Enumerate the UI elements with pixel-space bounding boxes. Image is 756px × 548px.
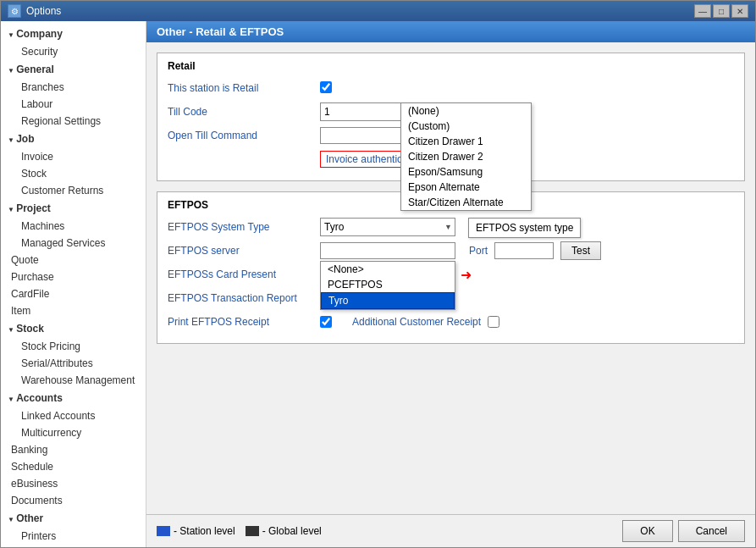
eftpos-system-type-row: EFTPOS System Type Tyro <None> PCEFTPOS … xyxy=(168,218,734,236)
till-code-popup: (None) (Custom) Citizen Drawer 1 Citizen… xyxy=(400,102,532,211)
test-button[interactable]: Test xyxy=(560,241,601,260)
sidebar-item-multicurrency[interactable]: Multicurrency xyxy=(1,424,146,441)
sidebar-item-purchase[interactable]: Purchase xyxy=(1,268,146,285)
eftpos-server-option-tyro[interactable]: Tyro xyxy=(321,292,455,309)
bottom-bar: - Station level - Global level OK Cancel xyxy=(146,514,755,547)
sidebar-group-stock[interactable]: Stock xyxy=(1,319,146,338)
till-code-label: Till Code xyxy=(168,106,320,118)
sidebar-item-labour[interactable]: Labour xyxy=(1,96,146,113)
sidebar-item-stock-job[interactable]: Stock xyxy=(1,165,146,182)
eftpos-server-input[interactable] xyxy=(320,242,455,259)
global-level-label: - Global level xyxy=(262,525,322,537)
retail-section-title: Retail xyxy=(168,60,734,72)
sidebar-item-schedule[interactable]: Schedule xyxy=(1,458,146,475)
sidebar-item-branches[interactable]: Branches xyxy=(1,79,146,96)
sidebar-item-invoice[interactable]: Invoice xyxy=(1,148,146,165)
options-window: ⚙ Options — □ ✕ Company Security General… xyxy=(0,0,756,548)
eftpos-system-type-select[interactable]: Tyro <None> PCEFTPOS xyxy=(320,218,455,236)
legend: - Station level - Global level xyxy=(157,525,322,537)
retail-station-checkbox[interactable] xyxy=(320,81,332,93)
sidebar-item-item[interactable]: Item xyxy=(1,302,146,319)
till-option-citizen2[interactable]: Citizen Drawer 2 xyxy=(401,149,531,164)
sidebar-group-project[interactable]: Project xyxy=(1,199,146,218)
window-body: Company Security General Branches Labour… xyxy=(1,21,755,547)
close-button[interactable]: ✕ xyxy=(731,4,748,18)
window-icon: ⚙ xyxy=(8,4,21,18)
eftpos-system-type-label: EFTPOS System Type xyxy=(168,221,320,233)
eftpos-system-type-tooltip: EFTPOS system type xyxy=(468,218,581,238)
sidebar-item-documents[interactable]: Documents xyxy=(1,492,146,509)
station-level-box xyxy=(157,526,170,536)
open-till-label: Open Till Command xyxy=(168,130,320,141)
sidebar-item-stock-pricing[interactable]: Stock Pricing xyxy=(1,338,146,355)
sidebar-item-quote[interactable]: Quote xyxy=(1,252,146,268)
retail-station-label: This station is Retail xyxy=(168,82,320,94)
minimize-button[interactable]: — xyxy=(694,4,711,18)
eftpos-server-option-pceftpos[interactable]: PCEFTPOS xyxy=(321,277,455,292)
sidebar-item-email[interactable]: Email xyxy=(1,545,146,547)
window-controls: — □ ✕ xyxy=(694,4,748,18)
sidebar-item-ebusiness[interactable]: eBusiness xyxy=(1,475,146,492)
port-label: Port xyxy=(469,245,488,257)
global-level-box xyxy=(246,526,259,536)
till-option-epson-alt[interactable]: Epson Alternate xyxy=(401,180,531,195)
till-option-citizen1[interactable]: Citizen Drawer 1 xyxy=(401,134,531,149)
eftpos-server-label: EFTPOS server xyxy=(168,245,320,257)
till-option-custom[interactable]: (Custom) xyxy=(401,119,531,134)
till-option-none[interactable]: (None) xyxy=(401,103,531,119)
maximize-button[interactable]: □ xyxy=(713,4,730,18)
sidebar-group-general[interactable]: General xyxy=(1,60,146,79)
global-level-legend: - Global level xyxy=(246,525,322,537)
sidebar-item-customer-returns[interactable]: Customer Returns xyxy=(1,182,146,199)
bottom-buttons: OK Cancel xyxy=(622,520,745,542)
panel-title: Other - Retail & EFTPOS xyxy=(146,21,755,42)
sidebar-item-security[interactable]: Security xyxy=(1,43,146,60)
sidebar-group-other[interactable]: Other xyxy=(1,509,146,528)
main-content: Other - Retail & EFTPOS Retail This stat… xyxy=(146,21,755,547)
sidebar-group-accounts[interactable]: Accounts xyxy=(1,389,146,407)
sidebar: Company Security General Branches Labour… xyxy=(1,21,146,547)
till-option-star-citizen[interactable]: Star/Citizen Alternate xyxy=(401,195,531,210)
sidebar-item-linked-accounts[interactable]: Linked Accounts xyxy=(1,407,146,424)
card-present-arrow: ➜ xyxy=(461,267,472,283)
sidebar-item-machines[interactable]: Machines xyxy=(1,218,146,235)
cancel-button[interactable]: Cancel xyxy=(678,520,745,542)
print-receipt-row: Print EFTPOS Receipt Additional Customer… xyxy=(168,313,734,331)
retail-section: Retail This station is Retail Till Code xyxy=(157,53,745,181)
port-input[interactable] xyxy=(494,242,554,259)
till-code-row: Till Code 1 2 3 ▼ xyxy=(168,102,734,121)
additional-receipt-checkbox[interactable] xyxy=(488,316,499,328)
print-receipt-checkbox[interactable] xyxy=(320,316,332,328)
print-receipt-label: Print EFTPOS Receipt xyxy=(168,316,320,328)
card-present-label: EFTPOSs Card Present xyxy=(168,268,320,280)
sidebar-item-warehouse[interactable]: Warehouse Management xyxy=(1,372,146,389)
station-level-label: - Station level xyxy=(174,525,235,537)
sidebar-item-banking[interactable]: Banking xyxy=(1,441,146,458)
content-area: Retail This station is Retail Till Code xyxy=(146,42,755,514)
eftpos-server-option-none[interactable]: <None> xyxy=(321,262,455,277)
ok-button[interactable]: OK xyxy=(622,520,672,542)
sidebar-item-managed-services[interactable]: Managed Services xyxy=(1,235,146,252)
eftpos-server-popup: <None> PCEFTPOS Tyro xyxy=(320,261,455,310)
transaction-report-label: EFTPOS Transaction Report xyxy=(168,292,320,304)
sidebar-item-printers[interactable]: Printers xyxy=(1,528,146,545)
retail-station-row: This station is Retail xyxy=(168,79,734,97)
sidebar-item-serial[interactable]: Serial/Attributes xyxy=(1,355,146,372)
till-option-epson-samsung[interactable]: Epson/Samsung xyxy=(401,164,531,180)
sidebar-item-cardfile[interactable]: CardFile xyxy=(1,285,146,302)
sidebar-item-regional[interactable]: Regional Settings xyxy=(1,113,146,130)
window-title: Options xyxy=(26,5,61,17)
title-bar: ⚙ Options — □ ✕ xyxy=(1,1,755,21)
sidebar-group-company[interactable]: Company xyxy=(1,25,146,43)
sidebar-group-job[interactable]: Job xyxy=(1,130,146,148)
eftpos-section: EFTPOS EFTPOS System Type Tyro <None> PC… xyxy=(157,191,745,344)
eftpos-server-row: EFTPOS server <None> PCEFTPOS Tyro xyxy=(168,241,734,260)
station-level-legend: - Station level xyxy=(157,525,235,537)
additional-customer-receipt-label[interactable]: Additional Customer Receipt xyxy=(352,316,481,328)
